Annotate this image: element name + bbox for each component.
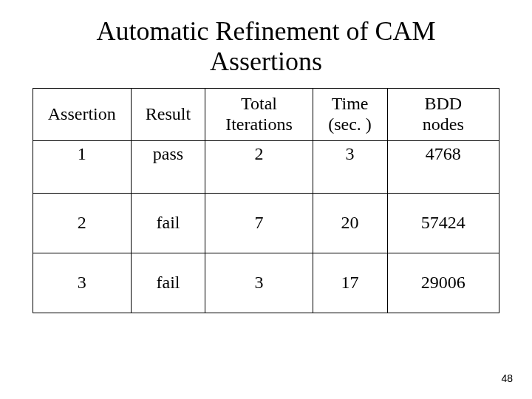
- col-time: Time (sec. ): [313, 88, 387, 140]
- col-total-iterations-l2: Iterations: [225, 115, 293, 134]
- cell-bdd: 29006: [387, 253, 499, 313]
- cell-iterations: 7: [205, 193, 313, 253]
- col-assertion: Assertion: [33, 88, 132, 140]
- cell-time: 3: [313, 140, 387, 193]
- col-bdd-l1: BDD: [424, 94, 462, 113]
- cell-iterations: 3: [205, 253, 313, 313]
- col-bdd-nodes: BDD nodes: [387, 88, 499, 140]
- cell-assertion: 3: [33, 253, 132, 313]
- table-row: 2 fail 7 20 57424: [33, 193, 499, 253]
- title-line-1: Automatic Refinement of CAM: [97, 16, 436, 46]
- table-row: 3 fail 3 17 29006: [33, 253, 499, 313]
- table-header-row: Assertion Result Total Iterations Time (…: [33, 88, 499, 140]
- slide: Automatic Refinement of CAM Assertions A…: [0, 0, 532, 399]
- table-row: 1 pass 2 3 4768: [33, 140, 499, 193]
- col-bdd-l2: nodes: [423, 115, 464, 134]
- slide-title: Automatic Refinement of CAM Assertions: [33, 16, 499, 78]
- cell-result: pass: [131, 140, 205, 193]
- col-time-l2: (sec. ): [328, 115, 372, 134]
- cell-time: 20: [313, 193, 387, 253]
- cell-result: fail: [131, 253, 205, 313]
- cell-assertion: 2: [33, 193, 132, 253]
- col-total-iterations-l1: Total: [241, 94, 277, 113]
- cell-time: 17: [313, 253, 387, 313]
- title-line-2: Assertions: [210, 47, 322, 76]
- cell-result: fail: [131, 193, 205, 253]
- cell-iterations: 2: [205, 140, 313, 193]
- col-total-iterations: Total Iterations: [205, 88, 313, 140]
- cell-assertion: 1: [33, 140, 132, 193]
- cell-bdd: 57424: [387, 193, 499, 253]
- cell-bdd: 4768: [387, 140, 499, 193]
- page-number: 48: [501, 372, 513, 384]
- results-table: Assertion Result Total Iterations Time (…: [33, 88, 499, 313]
- col-time-l1: Time: [332, 94, 369, 113]
- col-result: Result: [131, 88, 205, 140]
